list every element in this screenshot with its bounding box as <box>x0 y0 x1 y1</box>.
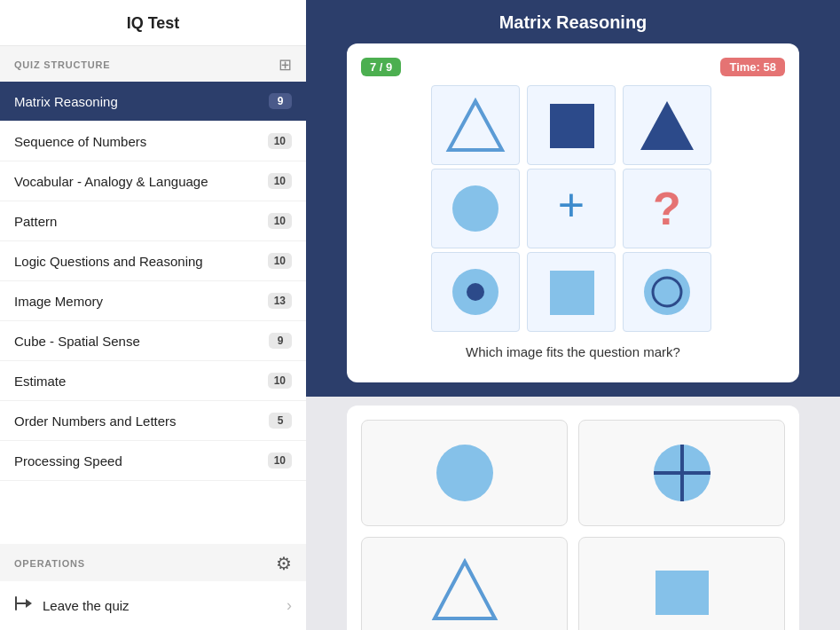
sidebar-item-pattern[interactable]: Pattern 10 <box>0 201 306 241</box>
quiz-structure-header: QUIZ STRUCTURE ⊞ <box>0 46 306 82</box>
sidebar-item-logic-questions[interactable]: Logic Questions and Reasoning 10 <box>0 241 306 281</box>
operations-header: OPERATIONS ⚙ <box>0 544 306 581</box>
svg-point-12 <box>644 269 690 315</box>
answer-area <box>306 397 840 630</box>
sidebar-item-sequence-of-numbers[interactable]: Sequence of Numbers 10 <box>0 122 306 161</box>
sidebar-item-label-sequence-of-numbers: Sequence of Numbers <box>14 134 146 149</box>
svg-point-6 <box>452 185 499 232</box>
sidebar-item-badge-pattern: 10 <box>268 213 292 229</box>
sidebar-item-badge-logic-questions: 10 <box>268 253 292 269</box>
matrix-cell-r2c3: ? <box>623 169 711 248</box>
app-title: IQ Test <box>0 0 306 46</box>
svg-rect-4 <box>550 104 594 148</box>
sidebar-item-label-processing-speed: Processing Speed <box>14 453 122 469</box>
svg-point-14 <box>436 445 493 501</box>
question-top-bar: 7 / 9 Time: 58 <box>361 58 785 76</box>
question-text: Which image fits the question mark? <box>361 344 785 359</box>
sidebar-item-matrix-reasoning[interactable]: Matrix Reasoning 9 <box>0 82 306 122</box>
gear-icon: ⚙ <box>276 553 292 574</box>
leave-quiz-item[interactable]: Leave the quiz › <box>0 581 306 630</box>
matrix-cell-r3c3 <box>623 252 711 332</box>
sidebar-item-label-order-numbers: Order Numbers and Letters <box>14 413 177 429</box>
sidebar-item-label-logic-questions: Logic Questions and Reasoning <box>14 254 203 269</box>
operations-label: OPERATIONS <box>14 558 85 569</box>
grid-icon: ⊞ <box>279 55 292 75</box>
sidebar-item-badge-cube-spatial: 9 <box>269 333 292 349</box>
timer-badge: Time: 58 <box>720 58 785 76</box>
sidebar-item-label-cube-spatial: Cube - Spatial Sense <box>14 334 140 349</box>
sidebar-item-estimate[interactable]: Estimate 10 <box>0 361 306 401</box>
main-header: Matrix Reasoning <box>306 0 840 43</box>
chevron-right-icon: › <box>287 596 292 615</box>
sidebar-item-label-pattern: Pattern <box>14 214 57 229</box>
matrix-cell-r3c1 <box>431 252 520 332</box>
answer-grid <box>361 420 785 630</box>
answer-triangle[interactable] <box>361 537 568 630</box>
sidebar-items-list: Matrix Reasoning 9 Sequence of Numbers 1… <box>0 82 306 481</box>
svg-rect-19 <box>656 571 709 615</box>
sidebar-item-label-estimate: Estimate <box>14 374 66 389</box>
matrix-cell-r2c2: + <box>527 169 616 248</box>
answer-card <box>347 406 799 630</box>
matrix-cell-r1c2 <box>527 85 616 165</box>
leave-icon <box>14 594 34 618</box>
svg-point-10 <box>467 283 484 301</box>
sidebar-item-badge-vocabular: 10 <box>268 173 292 189</box>
svg-marker-18 <box>435 562 495 618</box>
answer-square[interactable] <box>578 537 785 630</box>
matrix-grid: + ? <box>431 85 715 332</box>
matrix-cell-r2c1 <box>431 169 520 248</box>
svg-rect-2 <box>15 596 17 610</box>
svg-rect-11 <box>550 271 594 315</box>
svg-marker-5 <box>640 101 694 150</box>
svg-marker-1 <box>26 599 32 608</box>
quiz-structure-label: QUIZ STRUCTURE <box>14 59 110 70</box>
leave-quiz-left: Leave the quiz <box>14 594 130 618</box>
leave-quiz-label: Leave the quiz <box>43 598 130 613</box>
sidebar-item-label-image-memory: Image Memory <box>14 294 103 309</box>
sidebar-item-badge-order-numbers: 5 <box>269 413 292 429</box>
sidebar-item-badge-estimate: 10 <box>268 373 292 389</box>
sidebar-item-processing-speed[interactable]: Processing Speed 10 <box>0 441 306 481</box>
svg-text:+: + <box>557 179 584 231</box>
question-area: 7 / 9 Time: 58 <box>306 43 840 397</box>
sidebar-item-vocabular[interactable]: Vocabular - Analogy & Language 10 <box>0 161 306 201</box>
sidebar-item-label-matrix-reasoning: Matrix Reasoning <box>14 94 118 109</box>
matrix-cell-r1c1 <box>431 85 520 165</box>
answer-circle[interactable] <box>361 420 568 526</box>
sidebar-item-badge-sequence-of-numbers: 10 <box>268 133 292 149</box>
sidebar-item-cube-spatial[interactable]: Cube - Spatial Sense 9 <box>0 321 306 361</box>
sidebar-item-badge-processing-speed: 10 <box>268 453 292 469</box>
matrix-cell-r3c2 <box>527 252 616 332</box>
matrix-cell-r1c3 <box>623 85 711 165</box>
svg-text:?: ? <box>653 183 681 234</box>
sidebar-item-order-numbers[interactable]: Order Numbers and Letters 5 <box>0 401 306 441</box>
sidebar-item-label-vocabular: Vocabular - Analogy & Language <box>14 174 208 189</box>
progress-badge: 7 / 9 <box>361 58 401 76</box>
main-content: Matrix Reasoning 7 / 9 Time: 58 <box>306 0 840 630</box>
sidebar: IQ Test QUIZ STRUCTURE ⊞ Matrix Reasonin… <box>0 0 306 630</box>
sidebar-item-image-memory[interactable]: Image Memory 13 <box>0 281 306 321</box>
sidebar-item-badge-matrix-reasoning: 9 <box>269 93 292 109</box>
question-card: 7 / 9 Time: 58 <box>347 43 799 382</box>
svg-marker-3 <box>449 101 502 150</box>
answer-circle-cross[interactable] <box>578 420 785 526</box>
svg-rect-0 <box>15 602 27 604</box>
sidebar-item-badge-image-memory: 13 <box>268 293 292 309</box>
